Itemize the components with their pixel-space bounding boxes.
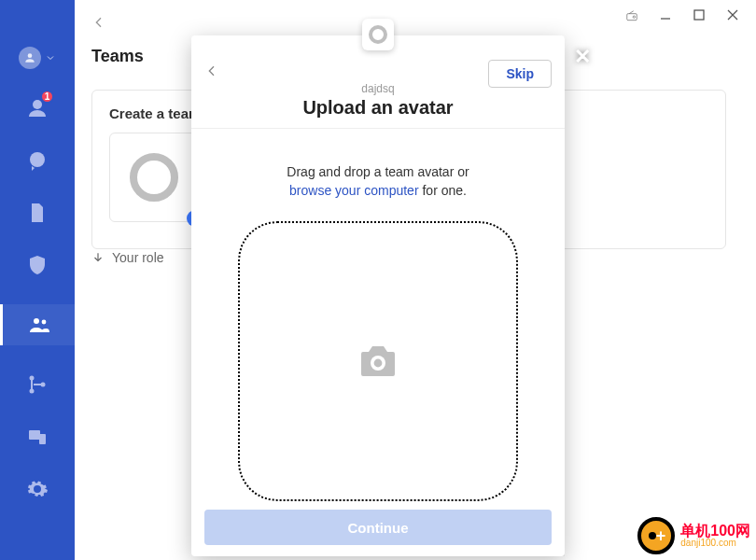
modal-back-button[interactable]	[204, 63, 219, 82]
browse-link[interactable]: browse your computer	[289, 183, 419, 198]
skip-button[interactable]: Skip	[488, 60, 552, 88]
svg-point-13	[374, 358, 383, 367]
continue-button[interactable]: Continue	[204, 510, 552, 545]
team-name: dajdsq	[361, 82, 394, 95]
camera-icon	[352, 339, 404, 384]
modal-title: Upload an avatar	[302, 97, 453, 119]
upload-avatar-modal: Skip dajdsq Upload an avatar Drag and dr…	[191, 35, 565, 556]
watermark-line2: danji100.com	[680, 539, 750, 548]
drop-instructions: Drag and drop a team avatar or browse yo…	[191, 162, 565, 201]
watermark: + 单机100网 danji100.com	[637, 517, 750, 554]
modal-close-button[interactable]: ✕	[574, 45, 591, 69]
team-avatar-chip	[362, 19, 394, 50]
watermark-line1: 单机100网	[680, 524, 750, 539]
ring-icon	[369, 25, 387, 44]
avatar-dropzone[interactable]	[238, 221, 518, 501]
watermark-logo: +	[637, 517, 675, 554]
overlay: Skip dajdsq Upload an avatar Drag and dr…	[0, 0, 756, 560]
